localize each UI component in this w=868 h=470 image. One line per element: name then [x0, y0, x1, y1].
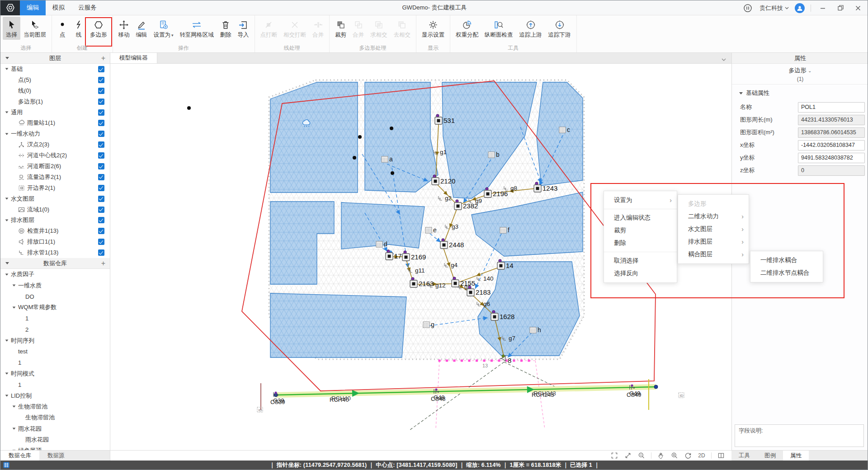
datastore-tree-item[interactable]: 时间序列	[0, 335, 110, 346]
layer-visibility-checkbox[interactable]	[98, 185, 104, 191]
restore-button[interactable]	[835, 2, 846, 14]
layer-visibility-checkbox[interactable]	[98, 174, 104, 180]
datastore-tree-item[interactable]: DO	[0, 291, 110, 302]
profile-button[interactable]: 纵断面检查	[481, 17, 516, 40]
datastore-tree-item[interactable]: 时间模式	[0, 368, 110, 379]
context-menu-item[interactable]: 水文图层›	[678, 223, 749, 235]
datastore-tree-item[interactable]: 1	[0, 357, 110, 368]
minimize-button[interactable]	[817, 2, 829, 14]
property-input-y[interactable]	[798, 153, 865, 163]
trace-down-button[interactable]: 追踪下游	[545, 17, 574, 40]
collapse-icon[interactable]	[739, 92, 743, 94]
trash-button[interactable]: 删除	[217, 17, 235, 40]
layer-tree-item[interactable]: 排放口1(1)	[0, 236, 110, 247]
layer-tree-item[interactable]: 线(0)	[0, 85, 110, 96]
move-button[interactable]: 移动	[115, 17, 133, 40]
layer-visibility-checkbox[interactable]	[98, 239, 104, 245]
layer-tree-item[interactable]: 雨量站1(1)	[0, 118, 110, 128]
datastore-tree-item[interactable]: 生物滞留池	[0, 412, 110, 423]
datastore-tree-item[interactable]: test	[0, 346, 110, 357]
hand-icon[interactable]	[657, 451, 665, 460]
add-layer-button[interactable]: +	[101, 55, 105, 62]
bottom-tab-数据仓库[interactable]: 数据仓库	[0, 451, 39, 461]
context-menu-item[interactable]: 取消选择	[604, 254, 677, 267]
layer-tree-item[interactable]: 汊点2(3)	[0, 139, 110, 150]
polygon-button[interactable]: 多边形	[87, 17, 110, 40]
layer-visibility-checkbox[interactable]	[98, 141, 104, 148]
zoom-in-icon[interactable]	[670, 451, 679, 460]
grid-status-icon[interactable]	[3, 462, 9, 470]
context-menu-item[interactable]: 删除	[604, 237, 677, 249]
layer-tree-item[interactable]: 通用	[0, 107, 110, 118]
datastore-tree-item[interactable]: 一维水质	[0, 280, 110, 291]
context-menu-item[interactable]: 耦合图层›	[678, 248, 749, 261]
zoom-box-icon[interactable]	[637, 451, 646, 460]
refresh-icon[interactable]	[684, 451, 692, 460]
layer-tree-item[interactable]: 一维水动力	[0, 128, 110, 139]
app-tab-编辑[interactable]: 编辑	[20, 0, 46, 15]
panel-tab-图例[interactable]: 图例	[757, 451, 783, 461]
expand-arrow-icon[interactable]	[13, 428, 16, 430]
layer-visibility-checkbox[interactable]	[98, 131, 104, 137]
datastore-tree-item[interactable]: 水质因子	[0, 269, 110, 280]
expand-arrow-icon[interactable]	[13, 306, 16, 308]
line-button[interactable]: 线	[71, 17, 87, 40]
app-tab-云服务[interactable]: 云服务	[71, 0, 104, 15]
app-tab-模拟[interactable]: 模拟	[46, 0, 71, 15]
context-menu-item[interactable]: 选择反向	[604, 267, 677, 280]
context-menu-item[interactable]: 设置为›	[604, 194, 677, 207]
point-button[interactable]: 点	[54, 17, 71, 40]
datastore-tree-item[interactable]: 雨水花园	[0, 434, 110, 445]
layer-visibility-checkbox[interactable]	[98, 66, 104, 72]
layer-visibility-checkbox[interactable]	[98, 163, 104, 169]
datastore-tree-item[interactable]: 雨水花园	[0, 423, 110, 434]
expand-arrow-icon[interactable]	[5, 219, 9, 221]
expand-arrow-icon[interactable]	[5, 395, 9, 396]
context-menu-item[interactable]: 裁剪	[604, 224, 677, 237]
datastore-tree-item[interactable]: LID控制	[0, 390, 110, 401]
layer-tree-item[interactable]: 检查井1(13)	[0, 226, 110, 236]
layer-tree-item[interactable]: 开边界2(1)	[0, 183, 110, 193]
layer-visibility-checkbox[interactable]	[98, 88, 104, 94]
expand-arrow-icon[interactable]	[5, 339, 9, 341]
chevron-down-icon[interactable]	[722, 56, 726, 63]
tab-model-editor[interactable]: 模型编辑器	[110, 53, 157, 63]
layer-tree-item[interactable]: 排水管1(13)	[0, 247, 110, 258]
context-menu-item[interactable]: 进入编辑状态	[604, 212, 677, 224]
expand-arrow-icon[interactable]	[13, 284, 16, 286]
to-grid-button[interactable]: 转至网格区域	[177, 17, 217, 40]
user-avatar[interactable]	[795, 3, 805, 13]
expand-arrow-icon[interactable]	[5, 133, 9, 135]
expand-arrow-icon[interactable]	[5, 273, 9, 275]
layer-visibility-checkbox[interactable]	[98, 152, 104, 159]
expand-arrow-icon[interactable]	[5, 111, 9, 113]
collapse-icon[interactable]	[5, 262, 9, 264]
import-button[interactable]: 导入	[235, 17, 252, 40]
gear-button[interactable]: 显示设置	[419, 17, 448, 40]
pencil-button[interactable]: 编辑	[133, 17, 151, 40]
expand-arrow-icon[interactable]	[5, 198, 9, 200]
section-basic-properties[interactable]: 基础属性	[732, 85, 868, 101]
cursor-button[interactable]: 选择	[3, 17, 20, 40]
set-as-button[interactable]: 设置为▾	[151, 17, 177, 40]
cursor-layer-button[interactable]: 当前图层	[20, 17, 49, 40]
split-view-icon[interactable]	[717, 451, 725, 460]
trace-up-button[interactable]: 追踪上游	[516, 17, 545, 40]
layer-visibility-checkbox[interactable]	[98, 228, 104, 234]
app-logo-icon[interactable]	[0, 0, 20, 15]
layer-tree-item[interactable]: 排水图层	[0, 215, 110, 226]
layer-visibility-checkbox[interactable]	[98, 120, 104, 126]
close-button[interactable]	[852, 2, 864, 14]
bottom-tab-数据源[interactable]: 数据源	[39, 451, 73, 461]
context-menu-item[interactable]: 二维水动力›	[678, 210, 749, 223]
panel-tab-工具[interactable]: 工具	[731, 451, 757, 461]
panel-tab-属性[interactable]: 属性	[783, 451, 809, 461]
layer-tree-item[interactable]: 河道断面2(6)	[0, 161, 110, 172]
layer-visibility-checkbox[interactable]	[98, 77, 104, 83]
theme-toggle-icon[interactable]	[742, 2, 754, 14]
selection-type-dropdown[interactable]: 多边形 ⌄	[732, 66, 868, 75]
datastore-tree-item[interactable]: 2	[0, 324, 110, 335]
mode-2d-icon[interactable]: 2D	[698, 451, 706, 460]
datastore-tree-item[interactable]: 1	[0, 313, 110, 324]
layer-tree-item[interactable]: 点(5)	[0, 75, 110, 85]
